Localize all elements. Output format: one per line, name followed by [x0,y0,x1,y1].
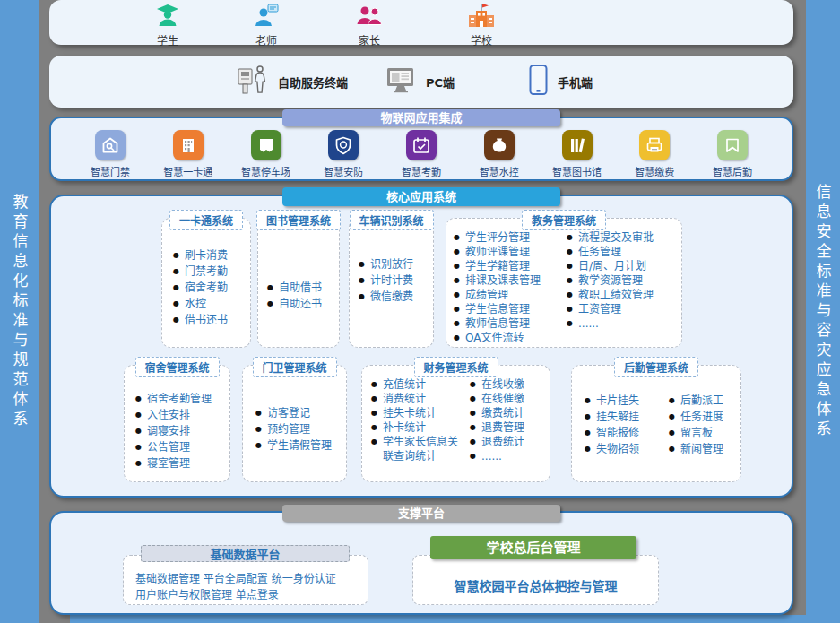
user-student: 学生 [139,3,196,48]
list-item: 公告管理 [135,439,228,455]
terminal-mobile: 手机端 [527,56,593,108]
list-item: 挂失卡统计 [371,406,466,420]
logistics-banner-icon [717,130,748,160]
card-items-col1: 卡片挂失 挂失解挂 智能报修 失物招领 [585,393,665,457]
list-item: 寝室管理 [135,455,228,472]
list-item: 自助还书 [267,296,335,312]
card-title: 车辆识别系统 [349,210,433,230]
list-item: 教师评课管理 [454,245,563,259]
parking-icon [251,130,281,160]
door-access-icon [95,130,126,160]
terminals-panel: 自助服务终端 PC端 手机端 [49,56,793,108]
card-items-col1: 学生评分管理 教师评课管理 学生学籍管理 排课及课表管理 成绩管理 学生信息管理… [454,230,563,345]
card-items-col1: 充值统计 消费统计 挂失卡统计 补卡统计 学生家长信息关联查询统计 [371,377,466,463]
list-item: 排课及课表管理 [454,273,563,288]
right-standards-pillar: 信息安全标准与容灾应急体系 [806,0,840,623]
bottom-accent-bar [70,615,840,623]
iot-item-label: 智慧门禁 [91,164,130,178]
list-item: ...... [470,449,548,463]
card-items: 访客登记 预约管理 学生请假管理 [255,405,344,454]
card-finance-system: 财务管理系统 充值统计 消费统计 挂失卡统计 补卡统计 学生家长信息关联查询统计… [361,365,550,482]
user-label: 家长 [359,32,380,48]
list-item: 计时计费 [359,273,429,289]
iot-item-library: 智慧图书馆 [541,130,614,178]
card-title: 后勤管理系统 [614,357,698,377]
iot-item-label: 智慧停车场 [241,164,290,178]
iot-item-label: 智慧一卡通 [163,164,212,178]
list-item: 预约管理 [255,421,344,437]
iot-panel-title: 物联网应用集成 [282,109,560,126]
iot-item-one-card: 智慧一卡通 [152,130,225,178]
card-logistics-system: 后勤管理系统 卡片挂失 挂失解挂 智能报修 失物招领 后勤派工 任务进度 留言板… [571,365,741,482]
list-item: 成绩管理 [454,288,563,302]
support-platform-panel: 支撑平台 基础数据平台 基础数据管理 平台全局配置 统一身份认证 用户账户与权限… [49,511,793,615]
list-item: 学生评分管理 [454,230,563,245]
iot-row: 智慧门禁 智慧一卡通 智慧停车场 [74,130,769,178]
card-items-col2: 后勤派工 任务进度 留言板 新闻管理 [669,393,739,457]
list-item: 学生信息管理 [454,302,563,316]
payment-printer-icon [639,130,670,160]
water-jar-icon [484,130,515,160]
terminal-label: 自助服务终端 [278,74,348,91]
iot-item-security: 智慧安防 [307,130,380,178]
list-item: 学生学籍管理 [454,259,563,273]
list-item: 消费统计 [371,392,466,406]
terminal-pc: PC端 [384,56,455,108]
user-label: 学生 [157,32,178,48]
right-pillar-label: 信息安全标准与容灾应急体系 [812,184,835,440]
iot-panel: 物联网应用集成 智慧门禁 [49,117,793,181]
user-label: 学校 [471,32,492,48]
card-items-col2: 在线收缴 在线催缴 缴费统计 退费管理 退费统计 ...... [470,377,548,463]
list-item: 教学资源管理 [567,273,680,288]
list-item: 自助借书 [267,280,335,296]
list-item: 退费管理 [470,420,548,435]
list-item: 刷卡消费 [173,247,247,264]
card-library-system: 图书管理系统 自助借书 自助还书 [257,218,340,348]
iot-item-door-access: 智慧门禁 [74,130,147,178]
iot-item-water-control: 智慧水控 [463,130,536,178]
card-items: 识别放行 计时计费 微信缴费 [359,256,429,305]
list-item: 卡片挂失 [585,393,665,409]
card-items-col2: 流程提交及审批 任务管理 日/周、月计划 教学资源管理 教职工绩效管理 工资管理… [567,230,680,345]
list-item: 退费统计 [470,435,548,449]
card-title: 一卡通系统 [169,210,243,230]
list-item: 访客登记 [255,405,344,421]
iot-item-label: 智慧缴费 [635,164,674,178]
list-item: 微信缴费 [359,289,429,305]
left-standards-pillar: 教育信息化标准与规范体系 [0,0,39,623]
phone-icon [527,64,550,100]
student-icon [155,3,180,31]
card-gate-system: 门卫管理系统 访客登记 预约管理 学生请假管理 [242,365,347,482]
iot-item-label: 智慧后勤 [713,164,752,178]
list-item: 调寝安排 [135,423,228,439]
list-item: 失物招领 [585,441,665,457]
iot-item-logistics: 智慧后勤 [696,130,769,178]
list-item: 充值统计 [371,377,466,392]
kiosk-icon [236,64,270,100]
security-shield-icon [328,130,359,160]
list-item: 补卡统计 [371,420,466,435]
user-school: 学校 [453,3,510,48]
list-item: 识别放行 [359,256,429,273]
one-card-icon [173,130,204,160]
card-dormitory-system: 宿舍管理系统 宿舍考勤管理 入住安排 调寝安排 公告管理 寝室管理 [124,365,230,482]
school-backend-desc: 智慧校园平台总体把控与管理 [455,576,618,594]
card-title: 宿舍管理系统 [134,357,219,377]
list-item: 借书还书 [173,312,247,328]
list-item: 在线催缴 [470,392,548,406]
iot-item-parking: 智慧停车场 [229,130,303,178]
support-panel-title: 支撑平台 [282,505,560,522]
list-item: 水控 [173,296,247,312]
list-item: 留言板 [669,425,739,441]
card-items: 刷卡消费 门禁考勤 宿舍考勤 水控 借书还书 [173,247,247,328]
school-backend-card: 智慧校园平台总体把控与管理 [412,555,659,605]
iot-item-attendance: 智慧考勤 [385,130,458,178]
base-data-line2: 用户账户与权限管理 单点登录 [135,587,368,603]
card-title: 教务管理系统 [522,210,606,230]
iot-item-label: 智慧安防 [324,164,363,178]
card-title: 图书管理系统 [256,210,341,230]
list-item: 后勤派工 [669,393,739,409]
school-backend-title: 学校总后台管理 [430,536,636,559]
list-item: 日/周、月计划 [567,259,680,273]
list-item: 入住安排 [135,407,228,423]
